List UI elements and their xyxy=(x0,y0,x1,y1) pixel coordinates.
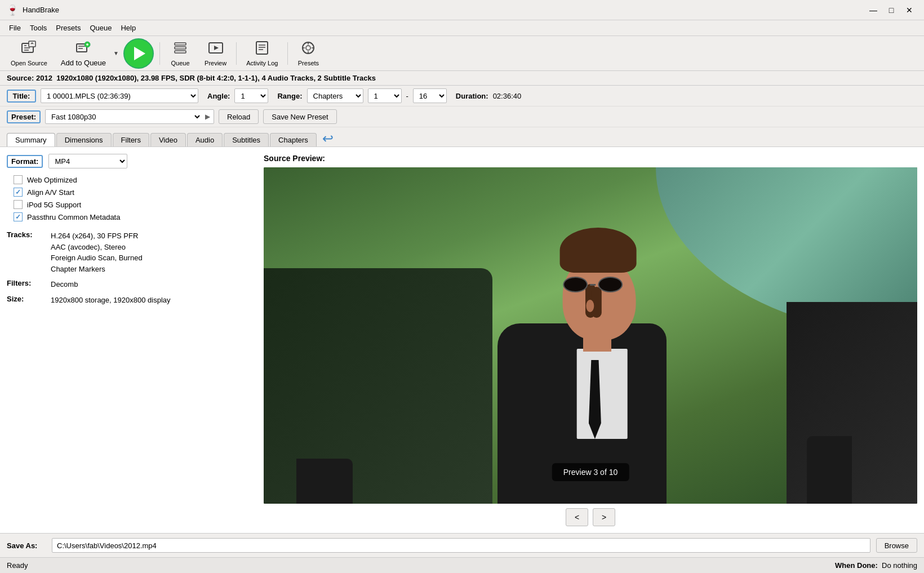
tab-video[interactable]: Video xyxy=(150,133,186,146)
add-to-queue-dropdown-arrow[interactable]: ▼ xyxy=(112,38,120,69)
queue-icon xyxy=(172,40,188,58)
open-source-icon xyxy=(21,40,37,58)
person-shirt xyxy=(577,349,628,439)
source-details: 1920x1080 (1920x1080), 23.98 FPS, SDR (8… xyxy=(56,74,376,82)
preset-expand-icon[interactable]: ▶ xyxy=(202,113,214,121)
tab-dimensions[interactable]: Dimensions xyxy=(56,133,112,146)
tracks-label: Tracks: xyxy=(7,230,46,274)
size-key: Size: xyxy=(7,295,46,306)
tabs-bar: Summary Dimensions Filters Video Audio S… xyxy=(0,127,924,147)
ipod-checkbox[interactable] xyxy=(14,200,23,209)
toolbar: Open Source Add to Queue ▼ xyxy=(0,36,924,71)
activity-log-label: Activity Log xyxy=(246,60,278,66)
size-value: 1920x800 storage, 1920x800 display xyxy=(51,295,171,306)
info-section: Tracks: H.264 (x264), 30 FPS PFR AAC (av… xyxy=(7,230,255,305)
size-row: Size: 1920x800 storage, 1920x800 display xyxy=(7,295,255,306)
angle-select[interactable]: 1 xyxy=(234,88,268,103)
close-button[interactable]: ✕ xyxy=(901,3,917,17)
preview-button[interactable]: Preview xyxy=(198,38,233,69)
track-4: Chapter Markers xyxy=(51,264,143,275)
range-select[interactable]: Chapters xyxy=(307,88,363,103)
preview-image: Preview 3 of 10 xyxy=(264,167,917,504)
checkbox-ipod: iPod 5G Support xyxy=(14,200,255,209)
chapter-separator: - xyxy=(406,92,408,100)
web-optimized-label: Web Optimized xyxy=(27,176,77,184)
person-ear xyxy=(586,300,594,312)
activity-log-icon xyxy=(254,40,270,58)
preview-container: Preview 3 of 10 xyxy=(264,167,917,504)
track-3: Foreign Audio Scan, Burned xyxy=(51,252,143,264)
scene-right-dark xyxy=(787,302,917,504)
tab-filters[interactable]: Filters xyxy=(113,133,149,146)
align-av-label: Align A/V Start xyxy=(27,188,74,197)
add-to-queue-button[interactable]: Add to Queue xyxy=(55,38,112,69)
presets-icon xyxy=(300,40,316,58)
app-icon: 🍷 xyxy=(7,5,18,16)
queue-button[interactable]: Queue xyxy=(163,38,197,69)
presets-label: Presets xyxy=(298,60,319,66)
format-select[interactable]: MP4 xyxy=(48,154,127,168)
tab-audio[interactable]: Audio xyxy=(187,133,223,146)
save-as-bar: Save As: Browse xyxy=(0,533,924,557)
title-label: Title: xyxy=(7,90,36,103)
tab-summary[interactable]: Summary xyxy=(7,133,55,146)
maximize-button[interactable]: □ xyxy=(883,3,899,17)
checkbox-passthru: Passthru Common Metadata xyxy=(14,212,255,221)
menu-queue[interactable]: Queue xyxy=(85,22,116,34)
preset-row: Preset: Fast 1080p30 ▶ Reload Save New P… xyxy=(0,106,924,127)
preview-prev-button[interactable]: < xyxy=(566,508,588,526)
tab-chapters[interactable]: Chapters xyxy=(270,133,317,146)
open-source-label: Open Source xyxy=(11,60,47,66)
track-1: H.264 (x264), 30 FPS PFR xyxy=(51,230,143,242)
minimize-button[interactable]: — xyxy=(865,3,881,17)
tab-subtitles[interactable]: Subtitles xyxy=(224,133,269,146)
person-sunglasses xyxy=(563,277,623,292)
svg-rect-6 xyxy=(175,51,186,53)
save-as-label: Save As: xyxy=(7,541,46,550)
preset-label: Preset: xyxy=(7,110,41,123)
menu-bar: File Tools Presets Queue Help xyxy=(0,20,924,36)
title-row: Title: 1 00001.MPLS (02:36:39) Angle: 1 … xyxy=(0,86,924,106)
svg-marker-8 xyxy=(214,46,219,50)
start-encode-button[interactable] xyxy=(123,38,154,69)
tracks-row: Tracks: H.264 (x264), 30 FPS PFR AAC (av… xyxy=(7,230,255,274)
duration-value: 02:36:40 xyxy=(493,92,522,100)
align-av-checkbox[interactable] xyxy=(14,188,23,197)
lens-right xyxy=(598,277,623,292)
save-path-input[interactable] xyxy=(52,538,870,553)
person-hair xyxy=(560,228,637,273)
web-optimized-checkbox[interactable] xyxy=(14,175,23,184)
menu-presets[interactable]: Presets xyxy=(51,22,85,34)
preview-next-button[interactable]: > xyxy=(593,508,615,526)
svg-rect-9 xyxy=(256,42,268,54)
menu-file[interactable]: File xyxy=(5,22,25,34)
chapter-end-select[interactable]: 16 xyxy=(413,88,447,103)
when-done: When Done: Do nothing xyxy=(835,561,917,570)
track-2: AAC (avcodec), Stereo xyxy=(51,242,143,253)
reload-button[interactable]: Reload xyxy=(219,109,259,124)
menu-help[interactable]: Help xyxy=(116,22,140,34)
left-panel: Format: MP4 Web Optimized Align A/V Star… xyxy=(7,154,255,526)
source-bar: Source: 2012 1920x1080 (1920x1080), 23.9… xyxy=(0,71,924,86)
format-row: Format: MP4 xyxy=(7,154,255,168)
open-source-button[interactable]: Open Source xyxy=(5,38,54,69)
toolbar-separator-2 xyxy=(236,42,237,65)
checkbox-align-av: Align A/V Start xyxy=(14,188,255,197)
preset-select[interactable]: Fast 1080p30 xyxy=(46,110,202,123)
menu-tools[interactable]: Tools xyxy=(25,22,51,34)
activity-log-button[interactable]: Activity Log xyxy=(240,38,284,69)
save-new-preset-button[interactable]: Save New Preset xyxy=(263,109,336,124)
angle-label: Angle: xyxy=(207,92,230,100)
play-icon xyxy=(134,47,145,60)
source-label: Source: xyxy=(7,74,34,82)
passthru-checkbox[interactable] xyxy=(14,212,23,221)
presets-button[interactable]: Presets xyxy=(291,38,325,69)
browse-button[interactable]: Browse xyxy=(876,538,917,553)
person-arm-left xyxy=(296,459,353,504)
add-queue-icon xyxy=(75,39,91,57)
person-arm-right xyxy=(807,436,852,504)
right-panel: Source Preview: xyxy=(264,154,917,526)
title-select[interactable]: 1 00001.MPLS (02:36:39) xyxy=(41,88,198,103)
filters-row: Filters: Decomb xyxy=(7,279,255,290)
chapter-start-select[interactable]: 1 xyxy=(368,88,402,103)
